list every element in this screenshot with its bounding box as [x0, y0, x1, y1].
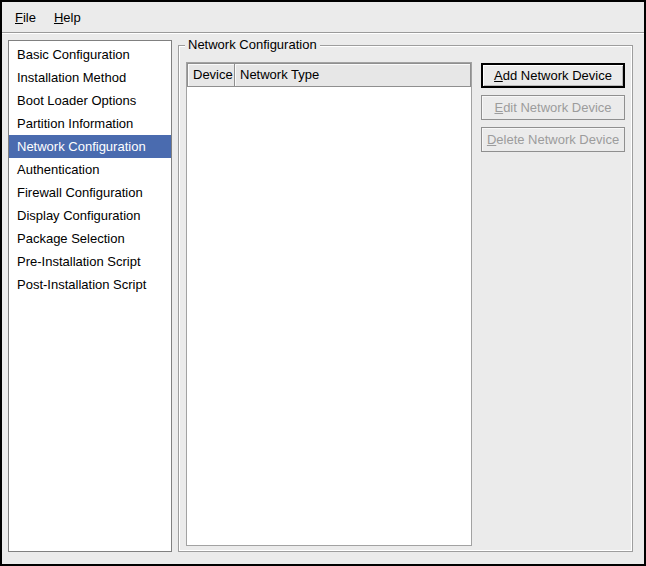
frame-title: Network Configuration	[185, 37, 320, 52]
sidebar-item-pre-installation-script[interactable]: Pre-Installation Script	[9, 250, 171, 273]
sidebar-item-display-configuration[interactable]: Display Configuration	[9, 204, 171, 227]
menu-file-label: File	[15, 10, 36, 25]
sidebar-item-basic-configuration[interactable]: Basic Configuration	[9, 43, 171, 66]
section-list: Basic Configuration Installation Method …	[8, 40, 172, 552]
edit-network-device-button[interactable]: Edit Network Device	[481, 95, 625, 120]
network-device-table: Device Network Type	[186, 62, 472, 546]
add-network-device-button[interactable]: Add Network Device	[481, 63, 625, 88]
delete-network-device-button[interactable]: Delete Network Device	[481, 127, 625, 152]
column-header-device[interactable]: Device	[187, 63, 235, 87]
sidebar-item-partition-information[interactable]: Partition Information	[9, 112, 171, 135]
edit-button-label: Edit Network Device	[494, 100, 611, 115]
sidebar-item-authentication[interactable]: Authentication	[9, 158, 171, 181]
kickstart-configurator-window: File Help Basic Configuration Installati…	[0, 0, 646, 566]
add-button-label: Add Network Device	[494, 68, 612, 83]
table-header-row: Device Network Type	[187, 63, 471, 87]
delete-button-label: Delete Network Device	[487, 132, 619, 147]
menu-help[interactable]: Help	[45, 6, 90, 29]
sidebar-item-package-selection[interactable]: Package Selection	[9, 227, 171, 250]
sidebar-item-firewall-configuration[interactable]: Firewall Configuration	[9, 181, 171, 204]
menu-file[interactable]: File	[6, 6, 45, 29]
menubar: File Help	[2, 2, 644, 33]
sidebar-item-network-configuration[interactable]: Network Configuration	[9, 135, 171, 158]
column-header-network-type[interactable]: Network Type	[234, 63, 471, 87]
sidebar-item-post-installation-script[interactable]: Post-Installation Script	[9, 273, 171, 296]
sidebar-item-boot-loader-options[interactable]: Boot Loader Options	[9, 89, 171, 112]
menu-help-label: Help	[54, 10, 81, 25]
sidebar-item-installation-method[interactable]: Installation Method	[9, 66, 171, 89]
table-body-empty[interactable]	[187, 87, 471, 545]
network-configuration-frame: Network Configuration Device Network Typ…	[178, 45, 633, 552]
